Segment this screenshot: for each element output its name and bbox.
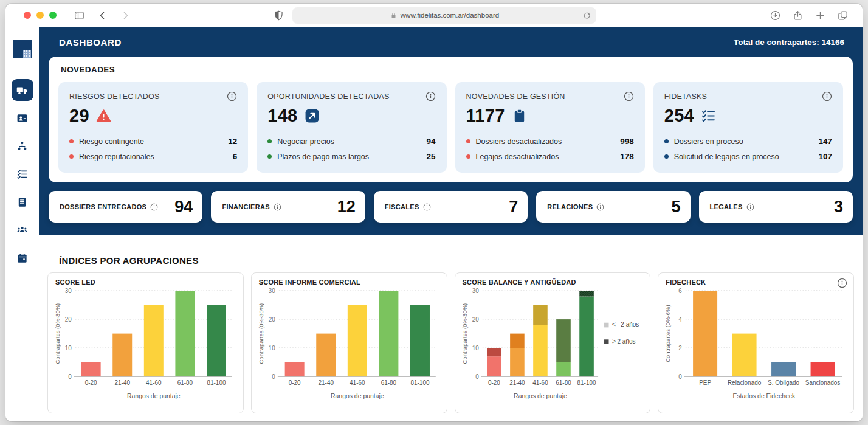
svg-text:Contrapartes (0%-30%): Contrapartes (0%-30%) — [462, 303, 468, 364]
metric-label: Legajos desactualizados — [476, 153, 621, 161]
sidebar-item-document[interactable] — [12, 191, 33, 213]
svg-text:41-60: 41-60 — [532, 379, 548, 386]
truck-icon — [16, 84, 29, 97]
metric-value: 178 — [620, 152, 634, 161]
svg-text:Rangos de puntaje: Rangos de puntaje — [127, 392, 181, 399]
divider — [153, 241, 749, 241]
close-window-button[interactable] — [24, 12, 31, 19]
back-button[interactable] — [95, 9, 109, 22]
svg-text:0-20: 0-20 — [487, 379, 500, 386]
svg-text:0: 0 — [475, 373, 479, 380]
stat-card: RELACIONES5 — [536, 191, 690, 223]
minimize-window-button[interactable] — [36, 12, 44, 19]
chart-card-fidecheck: FIDECHECK0246PEPRelacionadoS. ObligadoSa… — [658, 272, 854, 413]
svg-text:30: 30 — [269, 288, 275, 294]
sidebar-item-calendar[interactable] — [12, 247, 33, 269]
new-tab-button[interactable] — [813, 9, 827, 22]
metric-value: 12 — [228, 137, 237, 146]
checklist-icon — [16, 168, 28, 180]
contact-card-icon — [16, 112, 28, 124]
card-value: 254 — [664, 106, 694, 126]
trend-up-icon — [305, 108, 320, 123]
svg-text:Relacionado: Relacionado — [728, 379, 762, 386]
refresh-button[interactable] — [582, 11, 591, 20]
info-icon[interactable] — [227, 91, 237, 102]
stat-card: DOSSIERS ENTREGADOS94 — [49, 191, 202, 223]
share-button[interactable] — [791, 9, 804, 22]
novedades-title: NOVEDADES — [58, 65, 843, 74]
stat-card: FISCALES7 — [374, 191, 528, 223]
card-title: RIESGOS DETECTADOS — [69, 92, 160, 101]
svg-text:81-100: 81-100 — [207, 379, 226, 386]
url-bar[interactable]: www.fidelitas.com.ar/dashboard — [292, 7, 596, 24]
stat-value: 12 — [337, 198, 356, 216]
metric-label: Negociar precios — [277, 137, 426, 146]
info-icon[interactable] — [746, 203, 754, 211]
chart-title: SCORE INFORME COMERCIAL — [259, 278, 441, 286]
summary-card: NOVEDADES DE GESTIÓN1177Dossiers desactu… — [455, 82, 645, 173]
info-icon[interactable] — [423, 203, 431, 211]
chart-card-score-informe-comercial: SCORE INFORME COMERCIAL01020300-2021-404… — [251, 272, 447, 413]
chart-card-score-led: SCORE LED01020300-2021-4041-6061-8081-10… — [47, 272, 244, 413]
info-icon[interactable] — [822, 91, 832, 102]
svg-text:81-100: 81-100 — [577, 379, 596, 386]
summary-card: RIESGOS DETECTADOS29Riesgo contingente12… — [58, 82, 248, 173]
sidebar-item-checklist[interactable] — [12, 163, 33, 185]
metric-row: Riesgo contingente12 — [69, 134, 237, 149]
stat-label: RELACIONES — [547, 203, 593, 210]
card-value: 29 — [69, 106, 89, 126]
summary-card: FIDETASKS254Dossiers en proceso147Solici… — [653, 82, 843, 173]
stat-label: FINANCIERAS — [222, 203, 269, 210]
info-icon[interactable] — [150, 203, 158, 211]
privacy-shield-icon[interactable] — [272, 9, 285, 22]
bar-chart: 01020300-2021-4041-6061-8081-100Rangos d… — [54, 287, 237, 404]
stat-value: 7 — [509, 198, 518, 216]
chart-title: SCORE BALANCE Y ANTIGÜEDAD — [463, 278, 644, 286]
info-icon[interactable] — [274, 203, 281, 211]
indices-title: ÍNDICES POR AGRUPACIONES — [59, 255, 863, 266]
metric-row: Riesgo reputacionales6 — [69, 149, 237, 164]
sidebar-item-people[interactable] — [12, 219, 33, 241]
info-icon[interactable] — [596, 203, 604, 211]
metric-value: 147 — [818, 137, 832, 146]
svg-text:S. Obligado: S. Obligado — [768, 379, 799, 386]
svg-text:Rangos de puntaje: Rangos de puntaje — [514, 392, 567, 399]
metric-row: Plazos de pago mas largos25 — [267, 149, 435, 164]
bar-chart: 0246PEPRelacionadoS. ObligadoSancionados… — [664, 287, 847, 404]
forward-button[interactable] — [119, 9, 132, 22]
sidebar-item-hierarchy[interactable] — [12, 135, 33, 157]
card-value: 1177 — [466, 106, 505, 126]
info-icon[interactable] — [425, 91, 436, 102]
tab-overview-button[interactable] — [836, 9, 849, 22]
downloads-button[interactable] — [768, 9, 782, 22]
svg-text:61-80: 61-80 — [177, 379, 193, 386]
stat-card: LEGALES3 — [699, 191, 853, 223]
sidebar-item-truck[interactable] — [12, 79, 33, 101]
svg-text:Estados de Fidecheck: Estados de Fidecheck — [733, 392, 796, 399]
metric-row: Dossiers en proceso147 — [664, 134, 832, 149]
info-icon[interactable] — [837, 278, 847, 288]
metric-row: Negociar precios94 — [267, 134, 435, 149]
summary-card: OPORTUNIDADES DETECTADAS148Negociar prec… — [257, 82, 446, 173]
app: DASHBOARD Total de contrapartes: 14166 N… — [5, 27, 863, 421]
bullet-dot — [69, 139, 74, 143]
sidebar-toggle-icon[interactable] — [72, 9, 86, 22]
svg-text:6: 6 — [679, 288, 683, 294]
metric-row: Legajos desactualizados178 — [466, 149, 634, 164]
svg-text:Rangos de puntaje: Rangos de puntaje — [331, 392, 384, 399]
metric-value: 6 — [233, 152, 238, 161]
sidebar-item-contact-card[interactable] — [12, 107, 33, 129]
svg-text:Contrapartes (0%-6%): Contrapartes (0%-6%) — [665, 305, 671, 362]
dashboard-header: DASHBOARD Total de contrapartes: 14166 — [39, 27, 863, 57]
svg-text:61-80: 61-80 — [381, 379, 396, 386]
metric-value: 107 — [818, 152, 832, 161]
zoom-window-button[interactable] — [49, 12, 57, 19]
info-icon[interactable] — [624, 91, 634, 102]
svg-text:20: 20 — [472, 316, 478, 323]
svg-text:Contrapartes (0%-30%): Contrapartes (0%-30%) — [55, 303, 61, 364]
stat-label: FISCALES — [385, 203, 419, 210]
total-counterparties: Total de contrapartes: 14166 — [734, 38, 844, 47]
svg-text:0: 0 — [679, 373, 683, 380]
stat-label: LEGALES — [710, 203, 743, 210]
warning-icon — [96, 108, 111, 123]
